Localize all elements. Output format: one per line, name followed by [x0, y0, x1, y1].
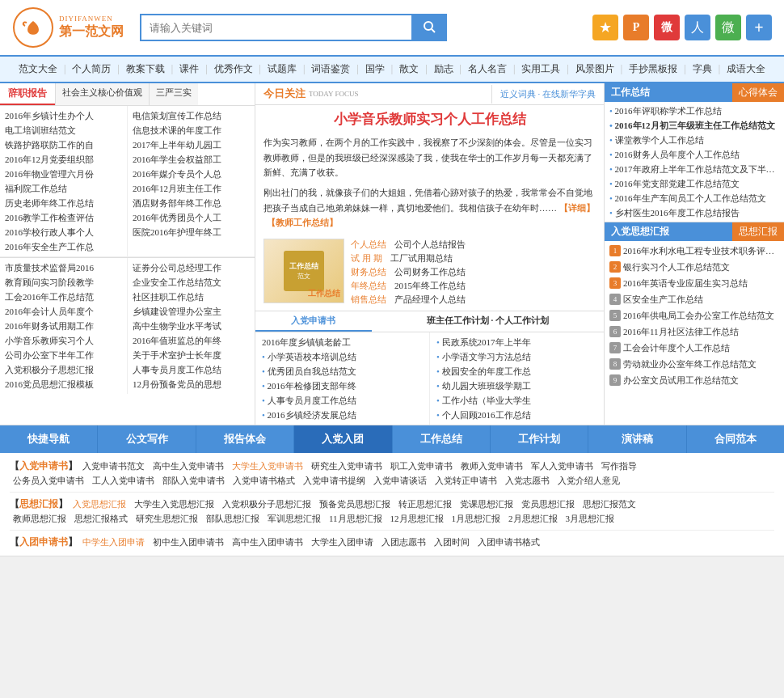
tab-dangshenshu[interactable]: 入党申请书	[255, 311, 372, 332]
p-icon[interactable]: P	[623, 15, 649, 40]
nav-item-chengyu[interactable]: 成语大全	[720, 60, 772, 78]
bs-link[interactable]: 大学生入团申请	[308, 536, 377, 548]
tab-banzhu[interactable]: 班主任工作计划 · 个人工作计划	[372, 311, 604, 332]
bs-link[interactable]: 入党思想汇报	[70, 498, 129, 510]
bs-link[interactable]: 初中生入团申请书	[150, 536, 227, 548]
list-item[interactable]: 2016年物业管理六月份	[5, 167, 122, 181]
bs-link[interactable]: 大学生入党申请书	[229, 460, 306, 472]
nav-item-lizhi[interactable]: 励志	[428, 60, 460, 78]
right-item2[interactable]: 2 银行实习个人工作总结范文	[608, 259, 781, 275]
mid-list-item[interactable]: • 幼儿园大班班级学期工	[436, 379, 597, 393]
nav-item-zuowen[interactable]: 优秀作文	[208, 60, 259, 78]
bs-link[interactable]: 军人入党申请书	[528, 460, 596, 472]
bs-link[interactable]: 写作指导	[598, 460, 640, 472]
bs-link[interactable]: 入党转正申请书	[432, 475, 500, 487]
article-link[interactable]: 个人总结	[351, 239, 386, 251]
list-item[interactable]: 教育顾问实习阶段教学	[5, 275, 122, 290]
right-item2[interactable]: 1 2016年水利水电工程专业技术职务评聘工	[608, 243, 781, 259]
nav-item-ciyu[interactable]: 词语鉴赏	[305, 60, 356, 78]
logo[interactable]: DIYIFANWEN 第一范文网	[12, 6, 124, 49]
list-item[interactable]: 公司办公室下半年工作	[5, 348, 122, 362]
detail-link[interactable]: 【详细】	[559, 203, 595, 213]
bs-link[interactable]: 部队入党申请书	[159, 475, 228, 487]
list-item[interactable]: 市质量技术监督局2016	[5, 260, 122, 275]
nav-item-jiaoan[interactable]: 教案下载	[120, 60, 171, 78]
list-item[interactable]: 电信策划宣传工作总结	[133, 108, 250, 123]
bs-link[interactable]: 公务员入党申请书	[10, 475, 87, 487]
article-link[interactable]: 2015年终工作总结	[394, 280, 466, 292]
article-link[interactable]: 公司财务工作总结	[394, 266, 466, 278]
bs-link[interactable]: 中学生入团申请	[79, 536, 148, 548]
bottom-nav-hetong[interactable]: 合同范本	[687, 425, 784, 453]
teach-link[interactable]: 【教师工作总结】	[267, 218, 338, 227]
nav-item-heiban[interactable]: 手抄黑板报	[622, 60, 684, 78]
nav-item-zidian[interactable]: 字典	[686, 60, 719, 78]
list-item[interactable]: 乡镇建设管理办公室主	[133, 304, 250, 319]
bottom-nav-kuaijie[interactable]: 快捷导航	[0, 425, 98, 453]
bs-link[interactable]: 党课思想汇报	[457, 498, 516, 510]
list-item[interactable]: 人事专员月度工作总结	[133, 362, 250, 377]
list-item[interactable]: 2016年12月党委组织部	[5, 152, 122, 167]
list-item[interactable]: 医院2016年护理年终工	[133, 225, 250, 239]
search-input[interactable]	[140, 14, 411, 41]
bs-link[interactable]: 转正思想汇报	[395, 498, 455, 510]
list-item[interactable]: 证券分公司总经理工作	[133, 260, 250, 275]
mid-list-item[interactable]: • 个人回顾2016工作总结	[436, 408, 597, 422]
mid-list-item[interactable]: • 优秀团员自我总结范文	[262, 364, 423, 379]
bs-link[interactable]: 入党申请书格式	[230, 475, 298, 487]
right-item[interactable]: • 2016年生产车间员工个人工作总结范文	[609, 191, 779, 205]
bs-link[interactable]: 入团时间	[431, 536, 473, 548]
bs-link[interactable]: 思想汇报范文	[580, 498, 639, 510]
list-item[interactable]: 福利院工作总结	[5, 181, 122, 196]
nav-item-fanwen[interactable]: 范文大全	[12, 60, 64, 78]
right-item[interactable]: • 2016年评职称学术工作总结	[609, 104, 779, 118]
list-item[interactable]: 历史老师年终工作总结	[5, 196, 122, 210]
list-item[interactable]: 2016年财务试用期工作	[5, 319, 122, 333]
bs-link[interactable]: 高中生入党申请书	[150, 460, 227, 472]
article-link[interactable]: 销售总结	[351, 294, 386, 306]
tab-shehuizhuyi[interactable]: 社会主义核心价值观	[55, 83, 149, 105]
bs-link[interactable]: 2月思想汇报	[505, 513, 561, 525]
bs-link[interactable]: 预备党员思想汇报	[316, 498, 394, 510]
mid-list-item[interactable]: • 民政系统2017年上半年	[436, 335, 597, 349]
bs-link[interactable]: 研究生思想汇报	[133, 513, 201, 525]
bs-link[interactable]: 12月思想汇报	[387, 513, 447, 525]
bs-link[interactable]: 入党介绍人意见	[554, 475, 623, 487]
nav-item-jianli[interactable]: 个人简历	[65, 60, 117, 78]
bottom-nav-rudang[interactable]: 入党入团	[294, 425, 392, 453]
bs-link[interactable]: 11月思想汇报	[326, 513, 386, 525]
right-item[interactable]: • 2016年12月初三年级班主任工作总结范文	[609, 118, 779, 133]
article-link[interactable]: 产品经理个人总结	[394, 294, 466, 306]
list-item[interactable]: 2016年优秀团员个人工	[133, 210, 250, 225]
bs-link[interactable]: 工人入党申请书	[89, 475, 158, 487]
list-item[interactable]: 社区挂职工作总结	[133, 290, 250, 304]
bs-link[interactable]: 入团志愿书	[378, 536, 429, 548]
bs-link[interactable]: 党员思想汇报	[518, 498, 578, 510]
list-item[interactable]: 企业安全工作总结范文	[133, 275, 250, 290]
list-item[interactable]: 2017年上半年幼儿园工	[133, 137, 250, 152]
bs-link[interactable]: 3月思想汇报	[563, 513, 618, 525]
person-icon[interactable]: 人	[685, 15, 710, 40]
article-link[interactable]: 工厂试用期总结	[390, 252, 453, 264]
bs-link[interactable]: 大学生入党思想汇报	[131, 498, 217, 510]
near-dict-link[interactable]: 近义词典 · 在线新华字典	[500, 89, 596, 99]
plus-icon[interactable]: +	[746, 15, 772, 40]
right-item2[interactable]: 3 2016年英语专业应届生实习总结	[608, 275, 781, 291]
bs-link[interactable]: 入党申请书提纲	[300, 475, 369, 487]
list-item[interactable]: 2016年值班监总的年终	[133, 333, 250, 348]
article-link[interactable]: 年终总结	[351, 280, 386, 292]
bs-link[interactable]: 入党申请谈话	[370, 475, 430, 487]
list-item[interactable]: 工会2016年工作总结范	[5, 290, 122, 304]
bottom-nav-gongwen[interactable]: 公文写作	[98, 425, 196, 453]
weibo-icon[interactable]: 微	[654, 15, 680, 40]
tab-cizhi[interactable]: 辞职报告	[0, 83, 55, 105]
right-item[interactable]: • 2016年党支部党建工作总结范文	[609, 176, 779, 191]
star-icon[interactable]: ★	[592, 15, 618, 40]
right-item2[interactable]: 4 区安全生产工作总结	[608, 291, 781, 307]
nav-item-kejian[interactable]: 课件	[173, 60, 205, 78]
mid-list-item[interactable]: • 人事专员月度工作总结	[262, 393, 423, 408]
list-item[interactable]: 酒店财务部年终工作总	[133, 196, 250, 210]
nav-item-guoxue[interactable]: 国学	[359, 60, 391, 78]
list-item[interactable]: 12月份预备党员的思想	[133, 377, 250, 391]
article-link[interactable]: 公司个人总结报告	[394, 239, 466, 251]
